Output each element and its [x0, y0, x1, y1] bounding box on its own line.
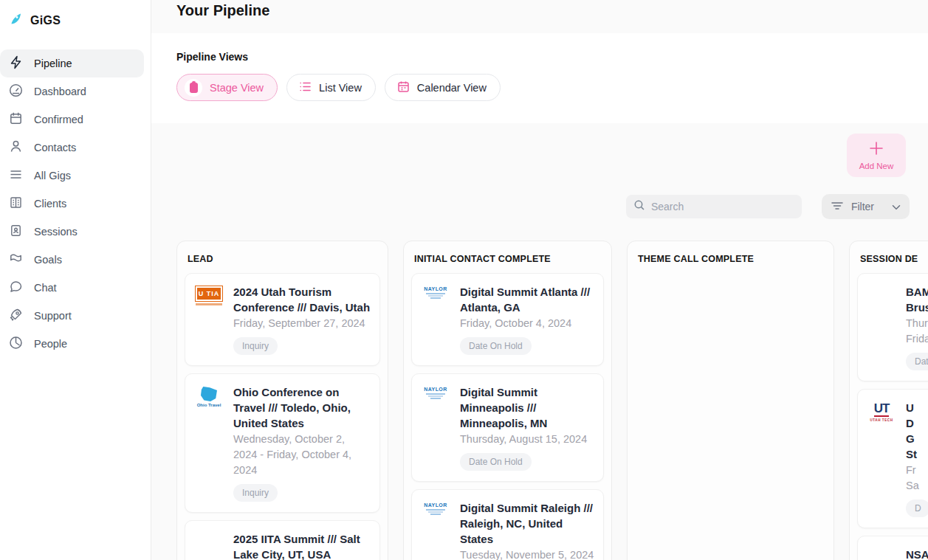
- pipeline-card[interactable]: U TIA 2024 Utah Tourism Conference /// D…: [185, 273, 380, 366]
- filter-button[interactable]: Filter: [822, 194, 910, 219]
- stage-column-lead: LEAD U TIA 2024 Utah Tourism Conference …: [176, 241, 388, 560]
- sidebar-item-people[interactable]: People: [0, 330, 144, 358]
- sidebar-item-sessions[interactable]: Sessions: [0, 218, 144, 246]
- sidebar-item-all-gigs[interactable]: All Gigs: [0, 162, 144, 190]
- stage-column-theme-call: THEME CALL COMPLETE: [627, 241, 834, 560]
- card-date: Friday, September 27, 2024: [233, 316, 371, 331]
- ohio-travel-logo: Ohio Travel: [194, 384, 224, 502]
- card-title: Digital Summit Raleigh /// Raleigh, NC, …: [460, 500, 594, 547]
- view-button-label: Stage View: [210, 82, 264, 94]
- view-button-label: Calendar View: [417, 82, 487, 94]
- app-name: GiGS: [30, 14, 61, 27]
- utah-tech-logo: UT UTAH TECH: [867, 400, 896, 517]
- stage-view-button[interactable]: Stage View: [176, 74, 278, 101]
- chat-bubble-icon: [9, 280, 23, 296]
- pie-chart-icon: [9, 336, 23, 352]
- card-date: Tuesday, November 5, 2024: [460, 547, 594, 560]
- calendar-icon: [9, 111, 23, 128]
- gauge-icon: [9, 83, 23, 100]
- stage-column-session-details: SESSION DE BAM Brus Thur Frida Date UT U…: [849, 241, 928, 560]
- sidebar-item-confirmed[interactable]: Confirmed: [0, 106, 144, 134]
- sidebar-item-label: Clients: [34, 198, 66, 210]
- sidebar-item-label: Sessions: [34, 226, 78, 238]
- pipeline-card[interactable]: NSA A Profe: [857, 536, 928, 560]
- chevron-down-icon: [892, 201, 901, 212]
- card-title: NSA A Profe: [906, 547, 928, 560]
- sidebar-item-dashboard[interactable]: Dashboard: [0, 77, 144, 106]
- status-badge: Date: [906, 353, 928, 370]
- add-new-button[interactable]: Add New: [847, 134, 906, 177]
- app-logo: GiGS: [0, 7, 144, 33]
- status-badge: Date On Hold: [460, 453, 532, 471]
- pipeline-card[interactable]: 2025 IITA Summit /// Salt Lake City, UT,…: [185, 520, 380, 560]
- id-badge-icon: [9, 224, 23, 240]
- pipeline-card[interactable]: NAYLOR Digital Summit Raleigh /// Raleig…: [411, 489, 604, 560]
- column-title: INITIAL CONTACT COMPLETE: [414, 254, 601, 264]
- calendar-view-button[interactable]: Calendar View: [385, 74, 501, 101]
- card-title: Digital Summit Atlanta /// Atlanta, GA: [460, 284, 594, 315]
- sidebar-item-pipeline[interactable]: Pipeline: [0, 49, 144, 77]
- naylor-logo: NAYLOR: [421, 284, 450, 355]
- view-button-label: List View: [319, 82, 362, 94]
- filter-icon: [831, 201, 844, 213]
- utia-logo: U TIA: [194, 284, 224, 355]
- page-header: Your Pipeline: [151, 0, 928, 33]
- logo-placeholder: [194, 531, 224, 560]
- view-switcher: Stage View List View Calendar View: [176, 74, 928, 101]
- clipboard-icon: [185, 79, 202, 97]
- card-title: Digital Summit Minneapolis /// Minneapol…: [460, 384, 594, 431]
- card-date: Thur Frida: [906, 316, 928, 347]
- logo-placeholder: [867, 547, 896, 560]
- column-title: THEME CALL COMPLETE: [638, 254, 823, 264]
- sidebar-item-label: Pipeline: [34, 58, 72, 69]
- sidebar-item-label: Dashboard: [34, 86, 86, 97]
- add-new-label: Add New: [859, 162, 894, 170]
- pipeline-card[interactable]: UT UTAH TECH U D G St Fr Sa D: [857, 389, 928, 528]
- sidebar-item-contacts[interactable]: Contacts: [0, 134, 144, 162]
- status-badge: Date On Hold: [460, 337, 532, 355]
- sidebar-nav: Pipeline Dashboard Confirmed Contacts Al…: [0, 49, 144, 358]
- search-icon: [633, 199, 645, 214]
- sidebar-item-label: All Gigs: [34, 170, 71, 182]
- card-title: BAM Brus: [906, 284, 928, 315]
- plus-icon: [868, 140, 884, 159]
- card-date: Wednesday, October 2, 2024 - Friday, Oct…: [233, 432, 371, 478]
- pipeline-card[interactable]: Ohio Travel Ohio Conference on Travel //…: [185, 373, 380, 513]
- sidebar-item-label: Chat: [34, 282, 57, 294]
- card-title: 2025 IITA Summit /// Salt Lake City, UT,…: [233, 531, 371, 560]
- board-toolbar: Filter: [626, 194, 910, 219]
- logo-placeholder: [867, 284, 896, 370]
- naylor-logo: NAYLOR: [421, 384, 450, 471]
- sidebar-item-clients[interactable]: Clients: [0, 190, 144, 218]
- card-title: Ohio Conference on Travel /// Toledo, Oh…: [233, 384, 371, 431]
- sidebar-item-label: People: [34, 338, 67, 350]
- pipeline-board: Add New Filter LEAD: [151, 123, 928, 560]
- search-box[interactable]: [626, 195, 802, 218]
- status-badge: D: [906, 499, 928, 517]
- sidebar-item-label: Support: [34, 310, 72, 322]
- stage-columns: LEAD U TIA 2024 Utah Tourism Conference …: [176, 241, 928, 560]
- card-date: Friday, October 4, 2024: [460, 316, 594, 331]
- flag-icon: [9, 252, 23, 268]
- pipeline-card[interactable]: BAM Brus Thur Frida Date: [857, 273, 928, 381]
- menu-icon: [9, 167, 23, 184]
- rocket-logo-icon: [9, 12, 23, 29]
- sidebar-item-support[interactable]: Support: [0, 302, 144, 330]
- sidebar-item-chat[interactable]: Chat: [0, 274, 144, 302]
- rocket-icon: [9, 308, 23, 324]
- list-icon: [299, 80, 312, 95]
- pipeline-card[interactable]: NAYLOR Digital Summit Atlanta /// Atlant…: [411, 273, 604, 366]
- calendar-icon: [397, 80, 410, 95]
- status-badge: Inquiry: [233, 337, 278, 355]
- page-title: Your Pipeline: [176, 2, 269, 19]
- building-icon: [9, 196, 23, 212]
- sidebar-item-goals[interactable]: Goals: [0, 246, 144, 274]
- pipeline-card[interactable]: NAYLOR Digital Summit Minneapolis /// Mi…: [411, 373, 604, 482]
- list-view-button[interactable]: List View: [286, 74, 376, 101]
- person-icon: [9, 139, 23, 156]
- pipeline-views-section: Pipeline Views Stage View List View Cale…: [151, 33, 928, 123]
- card-title: U D G St: [906, 400, 928, 462]
- card-date: Fr Sa: [906, 463, 928, 494]
- card-title: 2024 Utah Tourism Conference /// Davis, …: [233, 284, 371, 315]
- search-input[interactable]: [651, 201, 794, 212]
